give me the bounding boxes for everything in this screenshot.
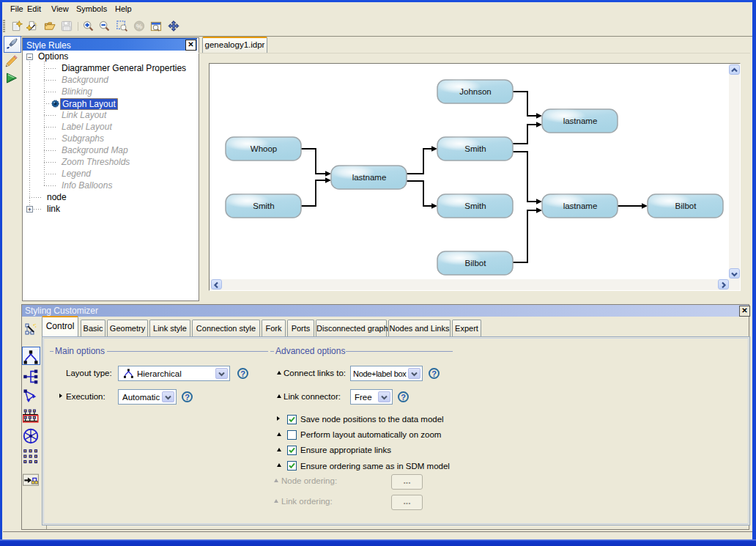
svg-text:Bilbot: Bilbot <box>675 202 697 210</box>
svg-text:Smith: Smith <box>464 202 486 210</box>
svg-text:lastname: lastname <box>563 117 598 125</box>
svg-text:Whoop: Whoop <box>251 144 277 153</box>
svg-text:Smith: Smith <box>253 202 274 210</box>
svg-text:Johnson: Johnson <box>459 87 491 96</box>
svg-text:Bilbot: Bilbot <box>465 259 487 268</box>
svg-text:Smith: Smith <box>464 144 486 153</box>
svg-text:%: % <box>136 22 143 30</box>
svg-text:lastname: lastname <box>352 173 387 182</box>
svg-text:lastname: lastname <box>563 202 598 210</box>
